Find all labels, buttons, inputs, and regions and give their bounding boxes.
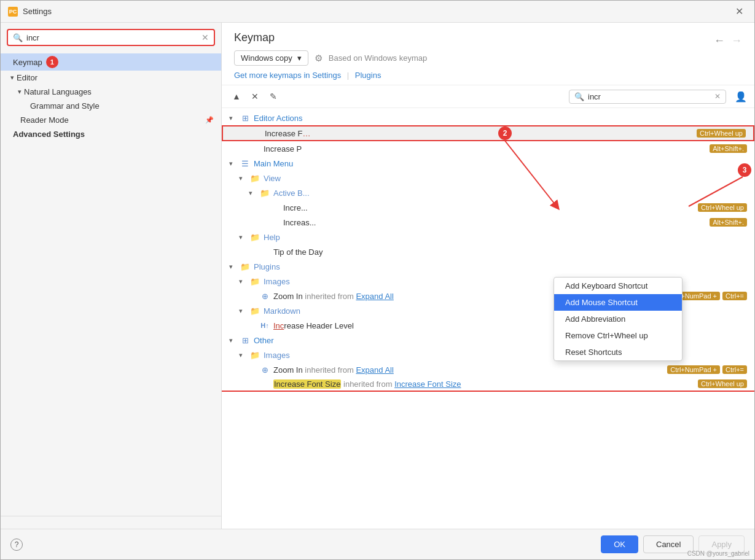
item-icon xyxy=(249,144,261,154)
tree-label-active-b: Active B... xyxy=(273,189,747,198)
page-title: Keymap xyxy=(234,31,275,44)
search-clear-icon[interactable]: ✕ xyxy=(201,33,209,42)
ok-button[interactable]: OK xyxy=(601,535,638,553)
tree-label-plugins: Plugins xyxy=(254,262,747,271)
tree-label-increase-font2: Increase Font Size inherited from Increa… xyxy=(273,379,698,389)
tree-chevron-icon: ▾ xyxy=(229,336,239,344)
filter-search-icon: 🔍 xyxy=(574,92,584,101)
sidebar-item-advanced[interactable]: Advanced Settings xyxy=(1,127,221,141)
sidebar-item-keymap[interactable]: Keymap 1 xyxy=(1,53,221,71)
sidebar-item-natural-languages[interactable]: ▾ Natural Languages xyxy=(1,85,221,99)
sidebar-search-input[interactable] xyxy=(26,33,201,42)
sidebar-item-label: Natural Languages xyxy=(24,87,92,96)
keymap-select-dropdown[interactable]: Windows copy ▾ xyxy=(234,50,308,66)
step-badge-3: 3 xyxy=(738,163,751,177)
tree-item-increas1[interactable]: Increas... Alt+Shift+. xyxy=(222,215,754,230)
search-filter-box[interactable]: 🔍 ✕ xyxy=(569,90,726,104)
shortcut-badge-equal: Ctrl+= xyxy=(722,292,747,300)
context-menu-add-abbrev[interactable]: Add Abbreviation xyxy=(554,311,682,327)
tree-folder-active-b[interactable]: ▾ 📁 Active B... xyxy=(222,185,754,200)
sidebar-item-label: Editor xyxy=(17,73,37,82)
tree-chevron-icon: ▾ xyxy=(239,351,249,359)
tree-container[interactable]: ▾ ⊞ Editor Actions Increase F… Ctrl+Whee… xyxy=(222,108,754,529)
tree-section-editor-actions[interactable]: ▾ ⊞ Editor Actions xyxy=(222,111,754,125)
step-badge-1: 1 xyxy=(46,56,58,68)
folder-icon: 📁 xyxy=(249,306,261,316)
sidebar-item-grammar-style[interactable]: Grammar and Style xyxy=(1,99,221,113)
keymap-links: Get more keymaps in Settings | Plugins xyxy=(234,71,742,80)
keymap-description: Based on Windows keymap xyxy=(329,53,427,63)
sidebar-item-label: Grammar and Style xyxy=(30,101,100,111)
tree-folder-help[interactable]: ▾ 📁 Help xyxy=(222,230,754,244)
shortcut-badge-numpad2: Ctrl+NumPad + xyxy=(667,365,720,374)
tree-label-increase-p: Increase P xyxy=(264,144,707,154)
tree-label-help: Help xyxy=(264,233,747,242)
tree-folder-view[interactable]: ▾ 📁 View xyxy=(222,171,754,185)
tree-item-incre1[interactable]: Incre... Ctrl+Wheel up xyxy=(222,200,754,215)
sidebar-item-label: Keymap xyxy=(13,58,42,67)
folder-icon: 📁 xyxy=(239,262,251,271)
search-icon: 🔍 xyxy=(13,33,23,42)
edit-button[interactable]: ✎ xyxy=(266,89,281,104)
tree-label-tip-of-day: Tip of the Day xyxy=(273,247,747,257)
tree-label-incre1: Incre... xyxy=(283,203,695,212)
tree-item-increase-p[interactable]: Increase P Alt+Shift+. xyxy=(222,141,754,156)
context-menu-add-keyboard[interactable]: Add Keyboard Shortcut xyxy=(554,278,682,294)
tree-item-tip-of-day[interactable]: Tip of the Day xyxy=(222,244,754,259)
folder-icon: 📁 xyxy=(249,350,261,360)
expand-button[interactable]: ▲ xyxy=(229,89,244,104)
tree-label-increase-font: Increase F… xyxy=(265,129,694,138)
person-icon[interactable]: 👤 xyxy=(735,91,747,103)
tree-section-main-menu[interactable]: ▾ ☰ Main Menu xyxy=(222,156,754,171)
tree-item-increase-font2[interactable]: Increase Font Size inherited from Increa… xyxy=(222,377,754,392)
close-button[interactable]: ✕ xyxy=(732,4,747,18)
tree-chevron-icon: ▾ xyxy=(229,160,239,168)
tree-item-zoom-in2[interactable]: ⊕ Zoom In inherited from Expand All Ctrl… xyxy=(222,362,754,377)
help-button[interactable]: ? xyxy=(10,539,23,551)
sidebar-item-label: Reader Mode xyxy=(20,115,69,125)
chevron-icon: ▾ xyxy=(10,74,14,82)
tree-chevron-icon: ▾ xyxy=(249,189,259,197)
plugins-link[interactable]: Plugins xyxy=(355,71,381,80)
folder-icon: 📁 xyxy=(249,276,261,286)
tree-chevron-icon: ▾ xyxy=(239,233,249,241)
filter-clear-icon[interactable]: ✕ xyxy=(714,92,721,101)
tree-chevron-icon: ▾ xyxy=(239,278,249,286)
tree-label-main-menu: Main Menu xyxy=(254,159,747,168)
toolbar: ▲ ✕ ✎ 🔍 ✕ 👤 xyxy=(222,85,754,108)
tree-chevron-icon: ▾ xyxy=(229,114,239,122)
sidebar-item-reader-mode[interactable]: Reader Mode 📌 xyxy=(1,113,221,127)
context-menu-reset[interactable]: Reset Shortcuts xyxy=(554,344,682,360)
folder-icon: 📁 xyxy=(259,188,271,198)
sidebar-bottom xyxy=(1,516,221,529)
ht-icon: H↑ xyxy=(259,321,271,330)
sidebar-search-box[interactable]: 🔍 ✕ xyxy=(7,29,215,46)
settings-link[interactable]: Get more keymaps in Settings xyxy=(234,71,341,80)
sidebar: 🔍 ✕ Keymap 1 ▾ Editor xyxy=(1,23,222,529)
keymap-select-value: Windows copy xyxy=(241,53,292,63)
dialog-title: Settings xyxy=(23,7,732,16)
filter-input[interactable] xyxy=(588,92,711,101)
context-menu-add-mouse[interactable]: Add Mouse Shortcut xyxy=(554,294,682,311)
sidebar-item-editor[interactable]: ▾ Editor xyxy=(1,71,221,85)
tree-folder-plugins[interactable]: ▾ 📁 Plugins xyxy=(222,259,754,274)
bottom-bar: ? OK Cancel Apply xyxy=(1,529,754,559)
tree-label-editor-actions: Editor Actions xyxy=(254,114,747,123)
item-icon xyxy=(250,128,262,138)
dropdown-chevron-icon: ▾ xyxy=(297,53,302,63)
keymap-gear-icon[interactable]: ⚙ xyxy=(315,53,323,64)
tree-item-increase-font[interactable]: Increase F… Ctrl+Wheel up xyxy=(222,125,754,141)
context-menu-remove-ctrl[interactable]: Remove Ctrl+Wheel up xyxy=(554,327,682,344)
collapse-button[interactable]: ✕ xyxy=(248,89,262,104)
dialog-body: 🔍 ✕ Keymap 1 ▾ Editor xyxy=(1,23,754,529)
tree-chevron-icon: ▾ xyxy=(239,174,249,182)
item-icon xyxy=(268,217,281,227)
folder-icon: 📁 xyxy=(249,232,261,242)
chevron-icon: ▾ xyxy=(18,88,22,96)
section-icon: ⊞ xyxy=(239,113,251,123)
main-header: Keymap ← → Windows copy ▾ ⚙ Based on Win… xyxy=(222,23,754,85)
item-icon xyxy=(259,247,271,257)
cancel-button[interactable]: Cancel xyxy=(643,535,694,553)
nav-back-button[interactable]: ← xyxy=(714,34,725,47)
shortcut-badge: Ctrl+Wheel up xyxy=(697,129,746,138)
